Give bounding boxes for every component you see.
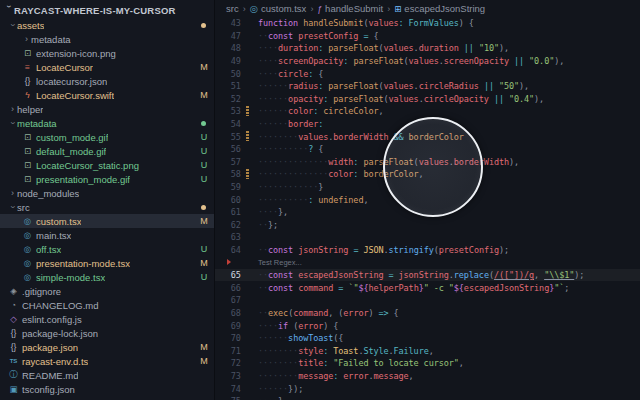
code-line-60[interactable]: 60··········: undefined, bbox=[215, 193, 640, 206]
line-number[interactable]: 49 bbox=[215, 56, 241, 66]
sidebar-item-.gitignore[interactable]: ◈.gitignore bbox=[0, 284, 214, 298]
sidebar-item-LocateCursor[interactable]: ≡LocateCursorM bbox=[0, 60, 214, 74]
line-number[interactable]: 54 bbox=[215, 119, 241, 129]
file-label: tsconfig.json bbox=[22, 384, 75, 395]
code-line-69[interactable]: 69····if (error) { bbox=[215, 319, 640, 332]
code-line-63[interactable]: 63 bbox=[215, 231, 640, 244]
codelens-test-regex[interactable]: Test Regex... bbox=[241, 258, 302, 267]
line-number[interactable]: 50 bbox=[215, 69, 241, 79]
sidebar-item-package-lock.json[interactable]: {}package-lock.json bbox=[0, 326, 214, 340]
code-line-50[interactable]: 50····circle: { bbox=[215, 67, 640, 80]
sidebar-item-README.md[interactable]: ⓘREADME.md bbox=[0, 368, 214, 382]
sidebar-item-presentation-mode.tsx[interactable]: ◎presentation-mode.tsxM bbox=[0, 256, 214, 270]
sidebar-item-node_modules[interactable]: ›node_modules bbox=[0, 186, 214, 200]
line-number[interactable]: 66 bbox=[215, 283, 241, 293]
line-number[interactable]: 59 bbox=[215, 182, 241, 192]
line-number[interactable]: 58 bbox=[215, 169, 241, 179]
sidebar-item-locatecursor.json[interactable]: {}locatecursor.json bbox=[0, 74, 214, 88]
line-number[interactable]: 69 bbox=[215, 321, 241, 331]
breadcrumb-item-custom.tsx[interactable]: ◎custom.tsx bbox=[250, 3, 307, 14]
code-line-58[interactable]: 58··············color: borderColor, bbox=[215, 168, 640, 181]
sidebar-item-CHANGELOG.md[interactable]: ◔CHANGELOG.md bbox=[0, 298, 214, 312]
code-line-53[interactable]: 53······color: circleColor, bbox=[215, 105, 640, 118]
sidebar-item-tsconfig.json[interactable]: ▣tsconfig.json bbox=[0, 382, 214, 396]
code-line-48[interactable]: 48····duration: parseFloat(values.durati… bbox=[215, 42, 640, 55]
sidebar-item-default_mode.gif[interactable]: ⊡default_mode.gifU bbox=[0, 144, 214, 158]
code-line-73[interactable]: 73········message: error.message, bbox=[215, 370, 640, 383]
sidebar-item-custom_mode.gif[interactable]: ⊡custom_mode.gifU bbox=[0, 130, 214, 144]
breadcrumb-item-handleSubmit[interactable]: ƒhandleSubmit bbox=[317, 3, 383, 14]
code-line-59[interactable]: 59············} bbox=[215, 181, 640, 194]
code-line-71[interactable]: 71········style: Toast.Style.Failure, bbox=[215, 344, 640, 357]
line-number[interactable]: 57 bbox=[215, 157, 241, 167]
code-line-51[interactable]: 51······radius: parseFloat(values.circle… bbox=[215, 80, 640, 93]
line-number[interactable]: 74 bbox=[215, 384, 241, 394]
line-number[interactable]: 71 bbox=[215, 346, 241, 356]
code-line-55[interactable]: 55········values.borderWidth && borderCo… bbox=[215, 130, 640, 143]
line-number[interactable]: 73 bbox=[215, 371, 241, 381]
sidebar-item-src[interactable]: ›src bbox=[0, 200, 214, 214]
code-line-61[interactable]: 61····}, bbox=[215, 206, 640, 219]
line-number[interactable]: 65 bbox=[215, 270, 241, 280]
line-number[interactable]: 63 bbox=[215, 232, 241, 242]
code-line-54[interactable]: 54······border: bbox=[215, 118, 640, 131]
line-number[interactable]: 52 bbox=[215, 94, 241, 104]
codelens-row[interactable]: Test Regex... bbox=[215, 256, 640, 269]
line-number[interactable]: 56 bbox=[215, 144, 241, 154]
line-number[interactable]: 55 bbox=[215, 132, 241, 142]
sidebar-item-helper[interactable]: ›helper bbox=[0, 102, 214, 116]
sidebar-item-main.tsx[interactable]: ◎main.tsx bbox=[0, 228, 214, 242]
line-number[interactable]: 75 bbox=[215, 396, 241, 400]
line-number[interactable]: 62 bbox=[215, 220, 241, 230]
line-number[interactable]: 60 bbox=[215, 195, 241, 205]
sidebar-item-eslint.config.js[interactable]: ◇eslint.config.js bbox=[0, 312, 214, 326]
line-number[interactable]: 43 bbox=[215, 18, 241, 28]
line-number[interactable]: 70 bbox=[215, 333, 241, 343]
sidebar-item-off.tsx[interactable]: ◎off.tsxU bbox=[0, 242, 214, 256]
line-number[interactable]: 47 bbox=[215, 31, 241, 41]
code-line-66[interactable]: 66··const command = `"${helperPath}" -c … bbox=[215, 281, 640, 294]
sidebar-item-LocateCursor_static.png[interactable]: ⊡LocateCursor_static.pngU bbox=[0, 158, 214, 172]
code-token: , bbox=[459, 358, 464, 368]
explorer-root-folder[interactable]: › RAYCAST-WHERE-IS-MY-CURSOR bbox=[0, 2, 214, 18]
sidebar-item-simple-mode.tsx[interactable]: ◎simple-mode.tsxU bbox=[0, 270, 214, 284]
sidebar-item-extension-icon.png[interactable]: ⊡extension-icon.png bbox=[0, 46, 214, 60]
code-line-56[interactable]: 56··········? { bbox=[215, 143, 640, 156]
sidebar-item-LocateCursor.swift[interactable]: ϟLocateCursor.swiftM bbox=[0, 88, 214, 102]
breadcrumb-item-src[interactable]: src bbox=[226, 3, 239, 14]
line-number[interactable]: 68 bbox=[215, 308, 241, 318]
code-line-49[interactable]: 49····screenOpacity: parseFloat(values.s… bbox=[215, 55, 640, 68]
code-text: function handleSubmit(values: FormValues… bbox=[241, 18, 474, 28]
sidebar-item-custom.tsx[interactable]: ◎custom.tsxM bbox=[0, 214, 214, 228]
code-line-72[interactable]: 72········title: "Failed to locate curso… bbox=[215, 357, 640, 370]
sidebar-item-assets[interactable]: ›assets bbox=[0, 18, 214, 32]
run-marker-icon[interactable] bbox=[227, 259, 231, 265]
code-line-67[interactable]: 67 bbox=[215, 294, 640, 307]
code-line-64[interactable]: 64··const jsonString = JSON.stringify(pr… bbox=[215, 244, 640, 257]
line-number[interactable]: 64 bbox=[215, 245, 241, 255]
line-number[interactable]: 51 bbox=[215, 81, 241, 91]
sidebar-item-metadata[interactable]: ›metadata bbox=[0, 116, 214, 130]
line-number[interactable]: 72 bbox=[215, 358, 241, 368]
sidebar-item-presentation_mode.gif[interactable]: ⊡presentation_mode.gifU bbox=[0, 172, 214, 186]
folder-changes-dot bbox=[201, 205, 206, 210]
line-number[interactable]: 61 bbox=[215, 207, 241, 217]
line-number[interactable]: 48 bbox=[215, 43, 241, 53]
code-token: ) bbox=[368, 308, 378, 318]
code-line-68[interactable]: 68··exec(command, (error) => { bbox=[215, 307, 640, 320]
sidebar-item-package.json[interactable]: {}package.jsonM bbox=[0, 340, 214, 354]
line-number[interactable]: 53 bbox=[215, 106, 241, 116]
code-line-65[interactable]: 65··const escapedJsonString = jsonString… bbox=[215, 269, 640, 282]
sidebar-item-metadata[interactable]: ›metadata bbox=[0, 32, 214, 46]
code-line-47[interactable]: 47··const presetConfig = { bbox=[215, 30, 640, 43]
code-line-62[interactable]: 62··}; bbox=[215, 219, 640, 232]
code-line-43[interactable]: 43function handleSubmit(values: FormValu… bbox=[215, 17, 640, 30]
code-line-57[interactable]: 57··············width: parseFloat(values… bbox=[215, 156, 640, 169]
code-line-74[interactable]: 74······}); bbox=[215, 382, 640, 395]
code-line-70[interactable]: 70······showToast({ bbox=[215, 332, 640, 345]
code-line-52[interactable]: 52······opacity: parseFloat(values.circl… bbox=[215, 93, 640, 106]
code-line-75[interactable]: 75····} bbox=[215, 395, 640, 400]
breadcrumb-item-escapedJsonString[interactable]: ⊞escapedJsonString bbox=[394, 3, 485, 14]
sidebar-item-raycast-env.d.ts[interactable]: TSraycast-env.d.tsM bbox=[0, 354, 214, 368]
line-number[interactable]: 67 bbox=[215, 295, 241, 305]
